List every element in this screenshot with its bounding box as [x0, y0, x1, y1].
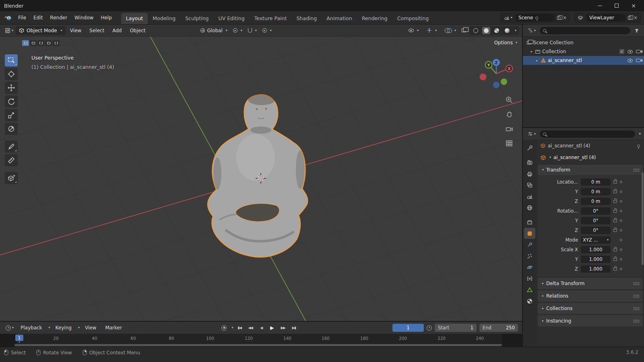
tab-scene[interactable] [524, 191, 535, 202]
rotation-y-field[interactable]: 0° [581, 217, 611, 224]
properties-search-field[interactable] [540, 130, 635, 138]
render-visibility-icon[interactable] [636, 59, 641, 62]
animate-dot[interactable] [620, 200, 622, 203]
start-frame-field[interactable]: Start 1 [435, 324, 477, 332]
outliner-row-collection[interactable]: ▾ Collection ✓ [523, 47, 644, 56]
tab-collection[interactable] [524, 217, 535, 228]
render-visibility-icon[interactable] [636, 50, 641, 53]
tab-object-data[interactable] [524, 284, 535, 295]
pivot-point-dropdown[interactable]: ▾ [231, 28, 245, 33]
move-tool[interactable] [5, 82, 18, 94]
tab-uv-editing[interactable]: UV Editing [214, 13, 250, 24]
play-reverse-button[interactable]: ◀ [256, 324, 266, 332]
transform-orientation-dropdown[interactable]: Global ▾ [198, 28, 229, 33]
next-keyframe-button[interactable]: ▶▶ [278, 324, 287, 332]
scale-y-field[interactable]: 1.000 [581, 256, 611, 263]
drag-grip-icon[interactable] [633, 307, 640, 310]
select-mode-new[interactable] [22, 40, 29, 46]
scene-name-field[interactable]: Scene [516, 14, 554, 21]
menu-help[interactable]: Help [97, 13, 115, 22]
playhead[interactable]: 1 [15, 335, 23, 341]
delta-transform-section-header[interactable]: ▸ Delta Transform [538, 278, 643, 289]
prev-keyframe-button[interactable]: ◀◀ [246, 324, 255, 332]
new-viewlayer-button[interactable] [627, 16, 632, 20]
properties-scrollbar[interactable] [642, 172, 644, 265]
playback-sync-icon[interactable] [427, 325, 432, 331]
lock-icon[interactable] [613, 200, 617, 203]
snapping-controls[interactable]: ▾ [246, 28, 259, 33]
scrollbar-thumb[interactable] [14, 344, 502, 346]
expand-icon[interactable]: ▸ [535, 59, 539, 62]
timeline-editor-type-button[interactable]: ▾ [4, 325, 15, 331]
tab-particles[interactable] [524, 250, 535, 261]
menu-object[interactable]: Object [126, 26, 149, 35]
hide-eye-icon[interactable] [627, 59, 633, 62]
tab-material[interactable] [524, 296, 535, 306]
viewport-3d[interactable]: User Perspective (1) Collection | ai_sca… [0, 37, 522, 321]
tab-shading[interactable]: Shading [291, 13, 322, 24]
tab-render[interactable] [524, 157, 535, 168]
menu-view[interactable]: View [66, 26, 85, 35]
drag-grip-icon[interactable] [633, 319, 640, 323]
rotation-mode-dropdown[interactable]: XYZ ... ▾ [581, 236, 611, 244]
menu-file[interactable]: File [14, 13, 30, 22]
annotate-tool[interactable] [5, 141, 18, 153]
jump-to-start-button[interactable]: ▮◀ [235, 324, 244, 332]
show-gizmo-dropdown[interactable]: ▾ [424, 28, 439, 33]
measure-tool[interactable] [5, 154, 18, 166]
tab-animation[interactable]: Animation [322, 13, 357, 24]
close-button[interactable]: × [630, 2, 637, 9]
editor-type-button[interactable]: ▾ [3, 27, 15, 34]
lock-icon[interactable] [613, 190, 617, 193]
location-y-field[interactable]: 0 m [581, 188, 611, 195]
cursor-tool[interactable] [5, 68, 18, 80]
select-mode-intersect[interactable] [53, 40, 60, 46]
drag-grip-icon[interactable] [633, 282, 640, 285]
add-cube-tool[interactable] [5, 172, 18, 184]
end-frame-field[interactable]: End 250 [479, 324, 518, 332]
pan-button[interactable] [504, 110, 514, 119]
jump-to-end-button[interactable]: ▶▮ [289, 324, 298, 332]
animate-dot[interactable] [620, 239, 622, 241]
zoom-button[interactable] [504, 95, 514, 105]
browse-scene-button[interactable]: ▾ [502, 14, 514, 21]
tab-constraints[interactable] [524, 273, 535, 284]
shading-rendered-button[interactable] [503, 27, 511, 34]
outliner-editor-type-button[interactable]: ▾ [526, 27, 537, 33]
collection-checkbox[interactable]: ✓ [619, 49, 624, 54]
tab-modeling[interactable]: Modeling [148, 13, 180, 24]
collections-section-header[interactable]: ▸ Collections [538, 303, 643, 314]
outliner-filter-button[interactable] [633, 27, 641, 34]
drag-grip-icon[interactable] [633, 168, 640, 172]
tab-tool[interactable] [524, 143, 535, 153]
animate-dot[interactable] [620, 229, 622, 232]
instancing-section-header[interactable]: ▸ Instancing [538, 315, 643, 327]
scale-tool[interactable] [5, 109, 18, 121]
animate-dot[interactable] [620, 268, 622, 270]
lock-icon[interactable] [613, 248, 617, 251]
location-z-field[interactable]: 0 m [581, 198, 611, 205]
remove-viewlayer-button[interactable]: × [632, 15, 639, 21]
outliner-row-scene-collection[interactable]: Scene Collection [523, 38, 644, 47]
auto-keyframe-button[interactable] [219, 324, 229, 332]
unlink-scene-button[interactable]: × [561, 15, 568, 21]
animate-dot[interactable] [620, 219, 622, 222]
animate-dot[interactable] [620, 210, 622, 212]
relations-section-header[interactable]: ▸ Relations [538, 290, 643, 302]
menu-playback[interactable]: Playback [17, 323, 46, 332]
object-mode-dropdown[interactable]: Object Mode ▾ [16, 26, 66, 35]
menu-edit[interactable]: Edit [30, 13, 46, 22]
object-visibility-dropdown[interactable]: ▾ [406, 29, 421, 32]
animate-dot[interactable] [620, 248, 622, 251]
transform-tool[interactable] [5, 123, 18, 135]
tab-view-layer[interactable] [524, 180, 535, 190]
menu-marker[interactable]: Marker [101, 323, 125, 332]
tab-compositing[interactable]: Compositing [392, 13, 433, 24]
outliner-search-field[interactable] [540, 27, 630, 34]
options-dropdown[interactable]: Options ▾ [494, 40, 517, 46]
shading-solid-button[interactable] [482, 27, 490, 34]
tab-sculpting[interactable]: Sculpting [180, 13, 213, 24]
rotation-x-field[interactable]: 0° [581, 207, 611, 215]
tab-modifiers[interactable] [524, 239, 535, 250]
tab-physics[interactable] [524, 262, 535, 273]
